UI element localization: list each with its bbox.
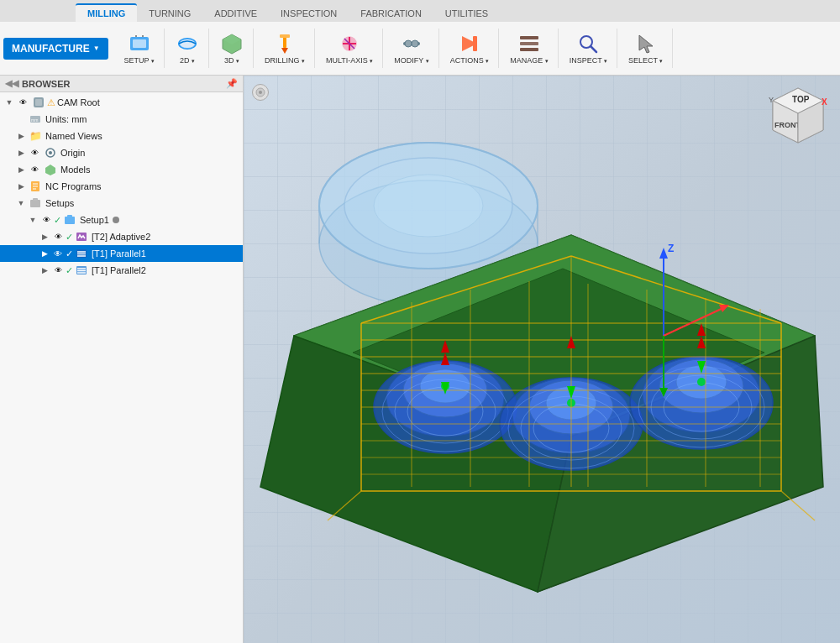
svg-point-28 — [49, 151, 52, 154]
manufacture-button[interactable]: MANUFACTURE ▼ — [3, 38, 108, 60]
tree-arrow-setups[interactable] — [15, 199, 27, 207]
tree-item-parallel1[interactable]: 👁 ✓ [T1] Parallel1 — [0, 245, 243, 262]
viewport[interactable]: Z TOP — [244, 76, 840, 643]
check-icon-parallel1: ✓ — [66, 248, 73, 259]
setup-icon — [128, 32, 151, 55]
tree-item-units[interactable]: mm Units: mm — [0, 111, 243, 128]
tree-item-setups[interactable]: Setups — [0, 195, 243, 212]
modify-button[interactable]: MODIFY ▾ — [390, 30, 433, 66]
manage-label: MANAGE ▾ — [510, 56, 549, 65]
svg-marker-29 — [45, 165, 55, 175]
tree-item-adaptive2[interactable]: ✓ [T2] Adaptive2 — [0, 228, 243, 245]
svg-point-14 — [412, 40, 418, 47]
nc-programs-icon — [29, 180, 42, 193]
drilling-button[interactable]: DRILLING ▾ — [260, 30, 309, 66]
2d-button[interactable]: 2D ▾ — [171, 30, 203, 66]
actions-button[interactable]: ACTIONS ▾ — [446, 30, 494, 66]
tree-arrow-setup1[interactable] — [27, 216, 39, 224]
units-label: Units: mm — [45, 114, 87, 124]
setup-label: SETUP ▾ — [124, 56, 155, 65]
tree-item-origin[interactable]: Origin — [0, 144, 243, 161]
tree-arrow-adaptive2[interactable] — [39, 233, 50, 241]
tree-arrow-named-views[interactable] — [15, 132, 27, 140]
visibility-icon-cam-root[interactable] — [16, 96, 29, 109]
visibility-icon-models[interactable] — [28, 163, 41, 176]
drilling-icon — [273, 32, 297, 55]
multiaxis-button[interactable]: MULTI-AXIS ▾ — [322, 30, 377, 66]
tree-arrow-origin[interactable] — [15, 149, 27, 157]
setup-button[interactable]: SETUP ▾ — [120, 30, 159, 66]
ribbon-group-inspect: INSPECT ▾ — [560, 29, 617, 68]
units-icon: mm — [29, 112, 42, 126]
svg-text:FRONT: FRONT — [774, 121, 801, 129]
tree-item-parallel2[interactable]: ✓ [T1] Parallel2 — [0, 262, 243, 279]
parallel1-icon — [75, 247, 88, 260]
tree-item-models[interactable]: Models — [0, 161, 243, 178]
select-button[interactable]: SELECT ▾ — [624, 30, 667, 66]
ribbon-group-manage: MANAGE ▾ — [501, 29, 559, 68]
orientation-cube[interactable]: TOP FRONT X Y — [764, 84, 832, 151]
ribbon-group-modify: MODIFY ▾ — [385, 29, 438, 68]
svg-text:X: X — [822, 97, 827, 107]
tab-turning[interactable]: TURNING — [137, 5, 202, 22]
visibility-icon-setup1[interactable] — [39, 213, 53, 227]
tree-item-setup1[interactable]: ✓ Setup1 — [0, 212, 243, 228]
warning-icon-cam-root: ⚠ — [47, 97, 55, 108]
viewport-scroll-handle[interactable] — [252, 84, 269, 101]
folder-icon-named-views: 📁 — [29, 129, 42, 143]
3d-button[interactable]: 3D ▾ — [216, 30, 248, 66]
drilling-label: DRILLING ▾ — [265, 56, 305, 65]
svg-marker-107 — [659, 248, 668, 259]
actions-label: ACTIONS ▾ — [450, 56, 490, 65]
svg-marker-9 — [281, 48, 288, 54]
tree-item-named-views[interactable]: 📁 Named Views — [0, 128, 243, 144]
ribbon-group-3d: 3D ▾ — [211, 29, 254, 68]
tree-arrow-models[interactable] — [15, 165, 27, 174]
tab-fabrication[interactable]: FABRICATION — [349, 5, 433, 22]
browser-tree: ⚠ CAM Root mm Units: mm 📁 Named Views — [0, 92, 243, 643]
3d-scene: Z — [244, 76, 840, 643]
visibility-icon-adaptive2[interactable] — [51, 230, 65, 243]
models-icon — [44, 163, 57, 176]
svg-rect-24 — [35, 99, 42, 106]
tree-arrow-parallel2[interactable] — [39, 266, 50, 274]
tree-arrow-parallel1[interactable] — [39, 249, 50, 258]
manage-button[interactable]: MANAGE ▾ — [506, 30, 553, 66]
svg-text:Y: Y — [769, 96, 774, 104]
svg-point-51 — [374, 175, 483, 237]
visibility-icon-origin[interactable] — [28, 146, 41, 159]
svg-line-21 — [591, 46, 596, 52]
tree-arrow-cam-root[interactable] — [3, 98, 15, 107]
modify-label: MODIFY ▾ — [394, 56, 428, 65]
check-icon-adaptive2: ✓ — [66, 232, 73, 243]
svg-marker-22 — [639, 35, 653, 53]
tab-inspection[interactable]: INSPECTION — [269, 5, 349, 22]
ribbon-group-select: SELECT ▾ — [619, 29, 673, 68]
adaptive2-label: [T2] Adaptive2 — [92, 232, 150, 242]
3d-icon — [220, 32, 244, 55]
multiaxis-icon — [338, 32, 361, 55]
3d-label: 3D ▾ — [224, 56, 239, 65]
origin-icon — [44, 146, 57, 159]
browser-collapse-icon[interactable]: ◀◀ — [5, 78, 18, 89]
inspect-button[interactable]: INSPECT ▾ — [565, 30, 612, 66]
svg-text:Z: Z — [668, 243, 674, 254]
modify-icon — [400, 32, 423, 55]
tree-arrow-nc-programs[interactable] — [15, 182, 27, 191]
svg-text:TOP: TOP — [792, 95, 810, 104]
tab-additive[interactable]: ADDITIVE — [202, 5, 269, 22]
parallel2-label: [T1] Parallel2 — [92, 265, 146, 275]
tree-item-nc-programs[interactable]: NC Programs — [0, 178, 243, 195]
ribbon: MANUFACTURE ▼ SETUP ▾ — [0, 22, 840, 76]
tab-milling[interactable]: MILLING — [76, 3, 137, 22]
svg-rect-17 — [520, 36, 538, 39]
visibility-icon-parallel1[interactable]: 👁 — [51, 247, 65, 260]
browser-header: ◀◀ BROWSER 📌 — [0, 76, 243, 92]
ribbon-group-2d: 2D ▾ — [166, 29, 209, 68]
browser-panel: ◀◀ BROWSER 📌 ⚠ CAM Root mm — [0, 76, 244, 643]
select-label: SELECT ▾ — [628, 56, 663, 65]
browser-pin-icon[interactable]: 📌 — [226, 78, 238, 89]
tree-item-cam-root[interactable]: ⚠ CAM Root — [0, 94, 243, 111]
visibility-icon-parallel2[interactable] — [51, 264, 65, 277]
tab-utilities[interactable]: UTILITIES — [433, 5, 500, 22]
